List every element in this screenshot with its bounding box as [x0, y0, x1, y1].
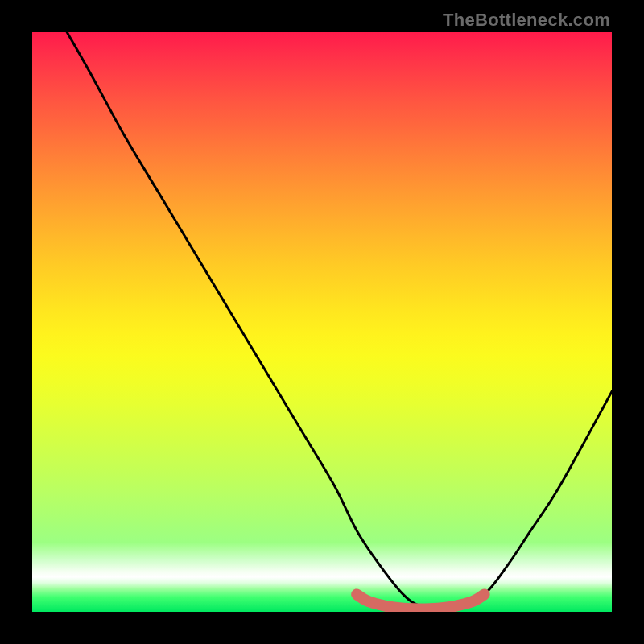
- curve-svg: [32, 32, 612, 612]
- chart-area: [32, 32, 612, 612]
- watermark-text: TheBottleneck.com: [443, 10, 610, 31]
- bottleneck-curve: [67, 32, 612, 607]
- accent-segment: [357, 594, 484, 609]
